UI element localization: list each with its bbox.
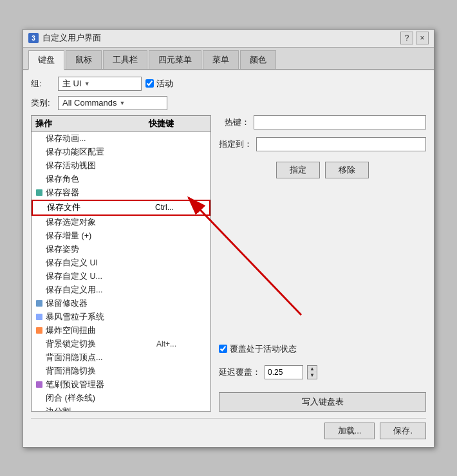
list-item[interactable]: 背面消隐切换 bbox=[32, 365, 210, 378]
item-icon bbox=[34, 188, 44, 197]
group-select[interactable]: 主 UI ▼ bbox=[58, 77, 142, 91]
list-item[interactable]: 背面消隐顶点... bbox=[32, 351, 210, 365]
spin-down[interactable]: ▼ bbox=[308, 372, 317, 379]
cover-label: 覆盖处于活动状态 bbox=[230, 343, 297, 355]
tab-menu[interactable]: 菜单 bbox=[203, 50, 239, 69]
list-item[interactable]: 爆炸空间扭曲 bbox=[32, 324, 210, 338]
dialog: 3 自定义用户界面 ? × 键盘 鼠标 工具栏 四元菜单 菜单 颜色 组: 主 … bbox=[23, 29, 434, 448]
item-icon bbox=[34, 353, 44, 362]
item-name: 保留修改器 bbox=[46, 298, 156, 309]
item-name: 保存文件 bbox=[47, 202, 155, 213]
item-name: 保存动画... bbox=[46, 133, 156, 144]
tab-mouse[interactable]: 鼠标 bbox=[66, 50, 102, 69]
list-body[interactable]: 保存动画...保存功能区配置保存活动视图保存角色保存容器保存文件Ctrl...保… bbox=[32, 132, 210, 411]
save-button[interactable]: 保存. bbox=[380, 423, 426, 439]
list-item[interactable]: 暴风雪粒子系统 bbox=[32, 310, 210, 324]
hotkey-label: 热键： bbox=[219, 117, 250, 128]
assign-to-row: 指定到： bbox=[219, 137, 426, 151]
item-icon bbox=[34, 218, 44, 227]
list-item[interactable]: 保存角色 bbox=[32, 173, 210, 186]
item-icon bbox=[34, 258, 44, 267]
item-icon bbox=[34, 394, 44, 403]
app-icon: 3 bbox=[28, 33, 39, 43]
right-panel: 热键： 指定到： 指定 移除 覆盖处于活动状态 延迟覆盖： bbox=[219, 115, 426, 412]
list-header: 操作 快捷键 bbox=[32, 116, 210, 132]
remove-button[interactable]: 移除 bbox=[325, 162, 369, 178]
item-name: 边分割 bbox=[46, 406, 156, 411]
commands-list-panel: 操作 快捷键 保存动画...保存功能区配置保存活动视图保存角色保存容器保存文件C… bbox=[31, 115, 211, 412]
tab-toolbar[interactable]: 工具栏 bbox=[103, 50, 147, 69]
item-icon bbox=[34, 339, 44, 348]
active-checkbox[interactable] bbox=[145, 79, 154, 88]
list-item[interactable]: 背景锁定切换Alt+... bbox=[32, 338, 210, 351]
list-item[interactable]: 保存文件Ctrl... bbox=[32, 200, 210, 216]
tab-keyboard[interactable]: 键盘 bbox=[28, 50, 64, 70]
list-item[interactable]: 保存功能区配置 bbox=[32, 146, 210, 159]
item-icon bbox=[34, 272, 44, 281]
list-item[interactable]: 保存选定对象 bbox=[32, 216, 210, 229]
list-item[interactable]: 保存自定义用... bbox=[32, 283, 210, 297]
delay-input[interactable] bbox=[265, 365, 303, 379]
item-icon bbox=[34, 231, 44, 240]
tab-color[interactable]: 颜色 bbox=[240, 50, 276, 69]
item-name: 保存容器 bbox=[46, 187, 156, 198]
cover-checkbox[interactable] bbox=[219, 345, 227, 353]
assign-button[interactable]: 指定 bbox=[276, 162, 320, 178]
list-item[interactable]: 保留修改器 bbox=[32, 297, 210, 310]
item-name: 保存自定义 UI bbox=[46, 258, 156, 269]
item-icon bbox=[34, 285, 44, 294]
category-arrow: ▼ bbox=[120, 100, 126, 106]
list-item[interactable]: 保存容器 bbox=[32, 186, 210, 200]
load-button[interactable]: 加载... bbox=[324, 423, 375, 439]
item-name: 背景锁定切换 bbox=[46, 339, 156, 350]
item-name: 背面消隐顶点... bbox=[46, 352, 156, 363]
assign-to-label: 指定到： bbox=[219, 138, 252, 150]
dialog-title: 自定义用户界面 bbox=[42, 32, 101, 44]
delay-row: 延迟覆盖： ▲ ▼ bbox=[219, 365, 426, 379]
item-icon bbox=[34, 299, 44, 308]
item-name: 保存自定义 U... bbox=[46, 271, 156, 282]
title-bar-left: 3 自定义用户界面 bbox=[28, 32, 101, 44]
item-icon bbox=[34, 380, 44, 389]
item-name: 保存角色 bbox=[46, 174, 156, 185]
hotkey-input[interactable] bbox=[254, 115, 426, 129]
delay-spinner: ▲ ▼ bbox=[307, 365, 317, 379]
cover-checkbox-row: 覆盖处于活动状态 bbox=[219, 343, 426, 355]
item-name: 保存增量 (+) bbox=[46, 231, 156, 242]
category-select[interactable]: All Commands ▼ bbox=[58, 96, 167, 110]
svg-rect-3 bbox=[36, 327, 42, 334]
item-name: 笔刷预设管理器 bbox=[46, 379, 156, 390]
item-icon bbox=[34, 312, 44, 321]
category-row: 类别: All Commands ▼ bbox=[31, 96, 426, 110]
close-button[interactable]: × bbox=[416, 32, 429, 44]
list-item[interactable]: 笔刷预设管理器 bbox=[32, 378, 210, 392]
list-item[interactable]: 保存活动视图 bbox=[32, 159, 210, 173]
active-label: 活动 bbox=[156, 78, 173, 90]
list-item[interactable]: 保存动画... bbox=[32, 132, 210, 146]
list-item[interactable]: 边分割 bbox=[32, 405, 210, 411]
tab-quad-menu[interactable]: 四元菜单 bbox=[149, 50, 201, 69]
category-label: 类别: bbox=[31, 97, 54, 109]
item-icon bbox=[34, 326, 44, 335]
item-icon bbox=[34, 367, 44, 376]
list-item[interactable]: 闭合 (样条线) bbox=[32, 392, 210, 405]
help-button[interactable]: ? bbox=[400, 32, 413, 44]
group-row: 组: 主 UI ▼ 活动 bbox=[31, 77, 426, 91]
list-item[interactable]: 保存自定义 UI bbox=[32, 256, 210, 270]
content-area: 组: 主 UI ▼ 活动 类别: All Commands ▼ 操作 bbox=[23, 70, 434, 447]
main-area: 操作 快捷键 保存动画...保存功能区配置保存活动视图保存角色保存容器保存文件C… bbox=[31, 115, 426, 412]
assign-to-input[interactable] bbox=[256, 137, 426, 151]
assign-remove-row: 指定 移除 bbox=[219, 162, 426, 178]
svg-rect-2 bbox=[36, 314, 42, 320]
list-item[interactable]: 保存增量 (+) bbox=[32, 229, 210, 243]
hotkey-row: 热键： bbox=[219, 115, 426, 129]
svg-rect-0 bbox=[36, 189, 42, 196]
item-icon bbox=[34, 134, 44, 143]
item-name: 保存自定义用... bbox=[46, 285, 156, 296]
svg-rect-4 bbox=[36, 381, 42, 388]
spin-up[interactable]: ▲ bbox=[308, 366, 317, 372]
group-value: 主 UI bbox=[62, 78, 82, 90]
write-keyboard-button[interactable]: 写入键盘表 bbox=[219, 392, 426, 412]
list-item[interactable]: 保存姿势 bbox=[32, 243, 210, 256]
list-item[interactable]: 保存自定义 U... bbox=[32, 270, 210, 283]
